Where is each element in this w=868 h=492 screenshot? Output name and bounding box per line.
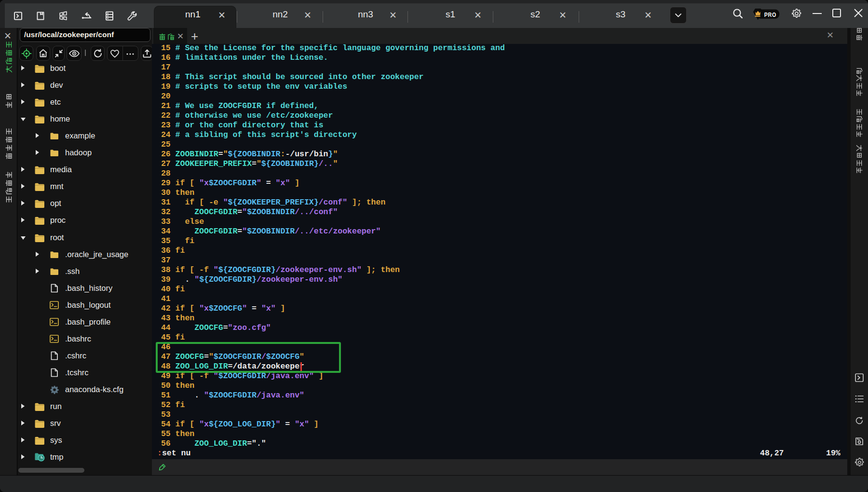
- svg-text:PRO: PRO: [764, 11, 776, 18]
